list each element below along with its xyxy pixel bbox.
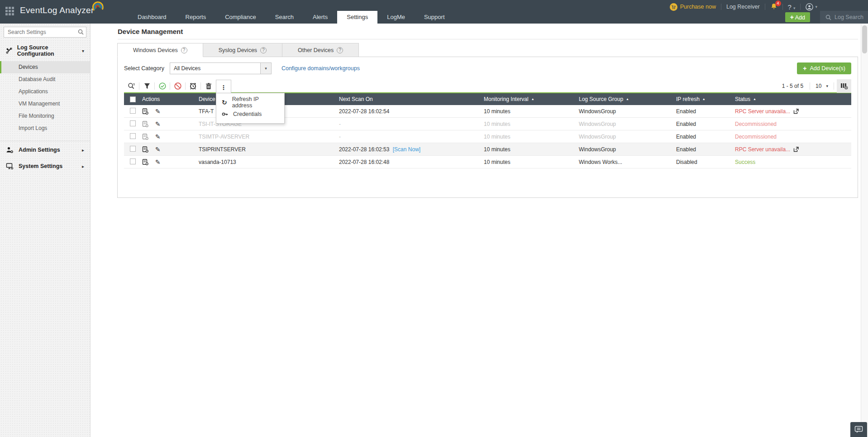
page-size-select[interactable]: 10 ▾ [810, 83, 834, 89]
divider [834, 82, 834, 90]
sidebar-section-log-source-configuration[interactable]: Log Source Configuration ▾ [0, 39, 90, 61]
sidebar-item-vm-management[interactable]: VM Management [0, 98, 90, 110]
manage-device-icon[interactable] [142, 108, 148, 115]
log-receiver-link[interactable]: Log Receiver [726, 4, 760, 10]
edit-icon[interactable]: ✎ [155, 133, 161, 140]
device-name[interactable]: TSIPRINTSERVER [199, 146, 339, 153]
filter-icon[interactable] [139, 80, 154, 92]
col-ip-refresh[interactable]: IP refresh▲ [676, 96, 735, 102]
apps-grid-icon[interactable] [5, 7, 15, 16]
disable-devices-icon[interactable] [170, 80, 185, 92]
table-row: ✎ TSIMTP-AVSERVER - 10 minutes WindowsGr… [124, 130, 851, 143]
edit-icon[interactable]: ✎ [155, 158, 161, 166]
search-icon [78, 29, 84, 35]
nav-settings[interactable]: Settings [337, 11, 377, 24]
plus-icon: + [790, 14, 794, 21]
device-name[interactable]: vasanda-10713 [199, 159, 339, 165]
scrollbar-thumb[interactable] [862, 25, 867, 53]
scan-now-link[interactable]: [Scan Now] [393, 146, 420, 153]
col-status[interactable]: Status▲ [735, 96, 851, 102]
edit-icon[interactable]: ✎ [155, 120, 161, 128]
col-log-source-group[interactable]: Log Source Group▲ [579, 96, 676, 102]
notification-badge: 4 [775, 0, 781, 6]
notifications-bell-icon[interactable]: 4 [770, 3, 777, 11]
manage-device-icon[interactable] [142, 134, 148, 140]
more-actions-button[interactable]: ⋮ [216, 80, 231, 95]
select-all-checkbox[interactable] [130, 96, 136, 102]
next-scan-value: 2022-07-28 16:02:53 [339, 146, 389, 153]
product-logo: EventLog Analyzer [20, 5, 106, 15]
manage-device-icon[interactable] [142, 159, 148, 165]
interval-value: 10 minutes [484, 108, 579, 115]
row-checkbox[interactable] [130, 146, 136, 152]
divider [765, 4, 765, 10]
advanced-search-icon[interactable] [124, 80, 139, 92]
help-icon[interactable]: ? [337, 47, 343, 53]
col-next-scan[interactable]: Next Scan On [339, 96, 484, 102]
row-checkbox[interactable] [130, 120, 136, 126]
row-checkbox[interactable] [130, 108, 136, 114]
ip-refresh-value: Enabled [676, 134, 735, 140]
sidebar-item-file-monitoring[interactable]: File Monitoring [0, 110, 90, 122]
menu-item-refresh-ip[interactable]: ↻ Refresh IP address [216, 96, 284, 108]
nav-search[interactable]: Search [266, 11, 303, 24]
status-value: Decommissioned [735, 134, 851, 140]
column-chooser-icon[interactable] [837, 79, 851, 93]
delete-icon[interactable] [201, 80, 216, 92]
col-monitoring-interval[interactable]: Monitoring Interval▲ [484, 96, 579, 102]
external-link-icon[interactable] [793, 147, 799, 152]
manage-device-icon[interactable] [142, 146, 148, 153]
add-devices-button[interactable]: + Add Device(s) [797, 62, 851, 74]
sidebar-item-database-audit[interactable]: Database Audit [0, 73, 90, 86]
tab-syslog-devices[interactable]: Syslog Devices ? [203, 43, 282, 57]
chevron-down-icon: ▾ [793, 6, 796, 10]
tab-other-devices[interactable]: Other Devices ? [282, 43, 359, 57]
sidebar-item-devices[interactable]: Devices [0, 61, 90, 73]
divider [118, 39, 858, 39]
manage-device-icon[interactable] [142, 121, 148, 127]
plus-icon: + [803, 65, 806, 72]
sidebar-section-admin-settings[interactable]: Admin Settings ▸ [0, 141, 90, 158]
enable-devices-icon[interactable] [155, 80, 170, 92]
ip-refresh-value: Disabled [676, 159, 735, 165]
col-actions[interactable]: Actions [142, 96, 199, 102]
row-checkbox[interactable] [130, 133, 136, 139]
sidebar-item-import-logs[interactable]: Import Logs [0, 122, 90, 134]
external-link-icon[interactable] [793, 109, 799, 114]
ip-refresh-value: Enabled [676, 121, 735, 127]
purchase-now-link[interactable]: Purchase now [670, 3, 716, 11]
key-icon [222, 111, 228, 117]
vertical-scrollbar[interactable] [861, 24, 868, 437]
log-search-box[interactable]: Log Search [820, 11, 868, 24]
tools-icon [6, 47, 12, 54]
nav-compliance[interactable]: Compliance [215, 11, 266, 24]
nav-dashboard[interactable]: Dashboard [128, 11, 176, 24]
edit-icon[interactable]: ✎ [155, 108, 161, 115]
refresh-icon: ↻ [222, 99, 227, 106]
quick-add-button[interactable]: + Add [785, 12, 810, 22]
help-menu[interactable]: ?▾ [788, 3, 796, 11]
category-select[interactable]: All Devices ▾ [170, 62, 272, 74]
user-icon [806, 3, 813, 11]
row-checkbox[interactable] [130, 158, 136, 164]
sidebar-item-applications[interactable]: Applications [0, 86, 90, 98]
search-settings-input[interactable] [4, 27, 86, 38]
table-row: ✎ TSIPRINTSERVER 2022-07-28 16:02:53 [Sc… [124, 143, 851, 156]
nav-reports[interactable]: Reports [176, 11, 216, 24]
nav-alerts[interactable]: Alerts [303, 11, 337, 24]
user-menu[interactable]: ▾ [806, 3, 817, 11]
nav-logme[interactable]: LogMe [377, 11, 415, 24]
scan-schedule-icon[interactable] [186, 80, 200, 92]
tab-windows-devices[interactable]: Windows Devices ? [117, 43, 203, 57]
chat-feedback-button[interactable] [850, 422, 867, 437]
menu-item-credentials[interactable]: Credentials [216, 108, 284, 120]
nav-support[interactable]: Support [415, 11, 454, 24]
device-name[interactable]: TSIMTP-AVSERVER [199, 134, 339, 140]
configure-domains-link[interactable]: Configure domains/workgroups [281, 65, 360, 72]
settings-sidebar: Log Source Configuration ▾ Devices Datab… [0, 24, 91, 437]
help-icon[interactable]: ? [181, 47, 187, 53]
help-icon[interactable]: ? [260, 47, 267, 53]
sort-asc-icon: ▲ [702, 97, 706, 101]
sidebar-section-system-settings[interactable]: System Settings ▸ [0, 158, 90, 174]
edit-icon[interactable]: ✎ [155, 146, 161, 153]
